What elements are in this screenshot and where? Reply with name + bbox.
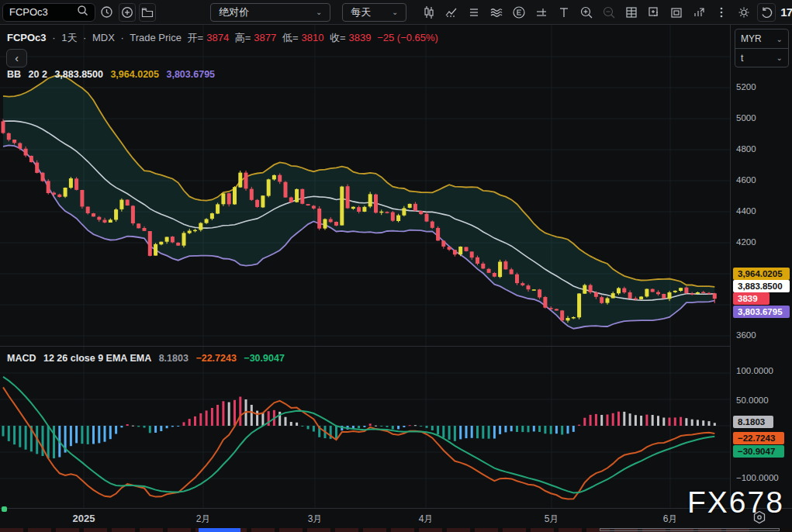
macd-histogram-bar <box>697 420 699 426</box>
candle-body <box>465 247 469 251</box>
macd-pane[interactable] <box>0 347 730 508</box>
candle-body <box>362 207 366 212</box>
more-options-icon[interactable] <box>712 3 731 22</box>
macd-histogram-bar <box>144 426 146 428</box>
patterns-icon[interactable] <box>487 3 506 22</box>
candle-body <box>622 288 626 293</box>
bottom-preview-strip[interactable] <box>0 528 792 532</box>
price-axis[interactable]: MYR ⌄ t ⌄ 520050004800460044004200360010… <box>730 25 792 508</box>
candle-body <box>515 275 519 283</box>
candle-body <box>300 189 304 204</box>
macd-hist-value-tag: 8.1803 <box>733 416 773 428</box>
interval-dropdown[interactable]: 每天 ⌄ <box>342 3 406 22</box>
candle-body <box>238 173 242 188</box>
macd-params: 12 26 close 9 EMA EMA <box>43 353 151 364</box>
time-axis-label: 2月 <box>196 513 211 526</box>
unit-selector[interactable]: t ⌄ <box>735 48 788 67</box>
table-view-icon[interactable] <box>622 3 641 22</box>
macd-histogram-bar <box>459 426 462 439</box>
indicators-icon[interactable] <box>442 3 461 22</box>
text-tool-icon[interactable] <box>555 3 573 22</box>
candle-body <box>696 292 700 294</box>
strip-block <box>140 528 163 532</box>
macd-histogram-bar <box>8 426 10 441</box>
macd-histogram-bar <box>160 426 162 431</box>
collapse-legend-button[interactable]: ‹ <box>6 49 27 67</box>
macd-histogram-bar <box>465 426 468 438</box>
macd-histogram-bar <box>680 417 682 426</box>
search-icon <box>77 5 88 19</box>
candle-body <box>74 178 78 190</box>
macd-histogram-bar <box>669 418 671 427</box>
candlestick-style-icon[interactable] <box>420 3 438 22</box>
compare-icon[interactable] <box>465 3 483 22</box>
candle-body <box>312 206 316 208</box>
time-axis[interactable]: 20252月3月4月5月6月 <box>0 509 792 528</box>
candle-body <box>329 219 333 223</box>
candle-body <box>193 230 197 232</box>
macd-histogram-bar <box>358 426 360 428</box>
trading-terminal: FCPOc3 绝对价 ⌄ 每天 ⌄ <box>0 0 792 532</box>
legend-exchange: MDX <box>92 32 115 43</box>
candle-body <box>92 213 95 216</box>
zoom-in-icon[interactable] <box>577 3 596 22</box>
chart-legend[interactable]: FCPOc3 · 1天 · MDX · Trade Price 开=3874 高… <box>7 31 441 45</box>
candle-body <box>481 264 485 268</box>
chevron-down-icon: ⌄ <box>316 8 322 16</box>
candle-body <box>510 269 514 274</box>
strip-block <box>251 528 275 532</box>
macd-histogram-bar <box>42 426 44 456</box>
symbol-search-input[interactable]: FCPOc3 <box>2 3 95 22</box>
pane-separator[interactable] <box>0 346 792 347</box>
zoom-out-icon[interactable] <box>600 3 618 22</box>
macd-histogram-bar <box>476 426 479 438</box>
macd-histogram-bar <box>629 413 631 426</box>
events-icon[interactable] <box>510 3 528 22</box>
candle-body <box>413 204 417 211</box>
macd-histogram-bar <box>635 415 637 426</box>
macd-histogram-bar <box>211 408 213 426</box>
currency-selector[interactable]: MYR ⌄ <box>735 29 788 48</box>
candle-body <box>119 200 123 209</box>
macd-histogram-bar <box>188 419 191 426</box>
settings-gear-icon[interactable] <box>735 3 753 22</box>
clock-icon[interactable] <box>99 3 116 22</box>
macd-histogram-bar <box>149 426 151 433</box>
last-price-tag: 3839 <box>733 292 770 305</box>
macd-histogram-bar <box>352 426 354 428</box>
macd-histogram-bar <box>261 413 264 426</box>
candle-body <box>351 207 355 209</box>
candle-body <box>114 209 118 219</box>
macd-histogram-bar <box>544 426 546 434</box>
bb-indicator-legend[interactable]: BB 20 2 3,883.8500 3,964.0205 3,803.6795 <box>7 69 220 80</box>
publish-chart-icon[interactable] <box>690 3 708 22</box>
strip-visible-range[interactable] <box>600 528 780 531</box>
candle-body <box>391 212 395 221</box>
snapshot-icon[interactable] <box>667 3 686 22</box>
macd-histogram-bar <box>87 426 89 444</box>
macd-histogram-bar <box>228 402 230 426</box>
macd-indicator-legend[interactable]: MACD 12 26 close 9 EMA EMA 8.1803 −22.72… <box>7 353 289 364</box>
strip-block <box>307 528 330 532</box>
alert-plus-icon[interactable] <box>532 3 551 22</box>
candle-body <box>538 289 541 297</box>
macd-histogram-bar <box>482 426 484 439</box>
undo-redo-icon[interactable] <box>757 3 776 22</box>
tradingview-logo-icon[interactable]: 17 <box>780 5 792 19</box>
macd-histogram-bar <box>19 426 21 447</box>
open-label: 开= <box>188 32 204 43</box>
price-mode-dropdown[interactable]: 绝对价 ⌄ <box>210 3 330 22</box>
candle-body <box>713 293 717 299</box>
new-layout-icon[interactable] <box>645 3 663 22</box>
candle-body <box>289 198 293 202</box>
candle-body <box>278 175 282 182</box>
macd-histogram-bar <box>285 417 287 426</box>
candle-body <box>205 219 209 223</box>
add-circle-icon[interactable] <box>119 3 136 22</box>
folder-icon[interactable] <box>139 3 156 22</box>
macd-histogram-bar <box>233 400 236 426</box>
candle-body <box>182 233 186 245</box>
strip-selection[interactable] <box>199 528 240 532</box>
candle-body <box>679 288 683 291</box>
strip-block <box>363 528 386 532</box>
